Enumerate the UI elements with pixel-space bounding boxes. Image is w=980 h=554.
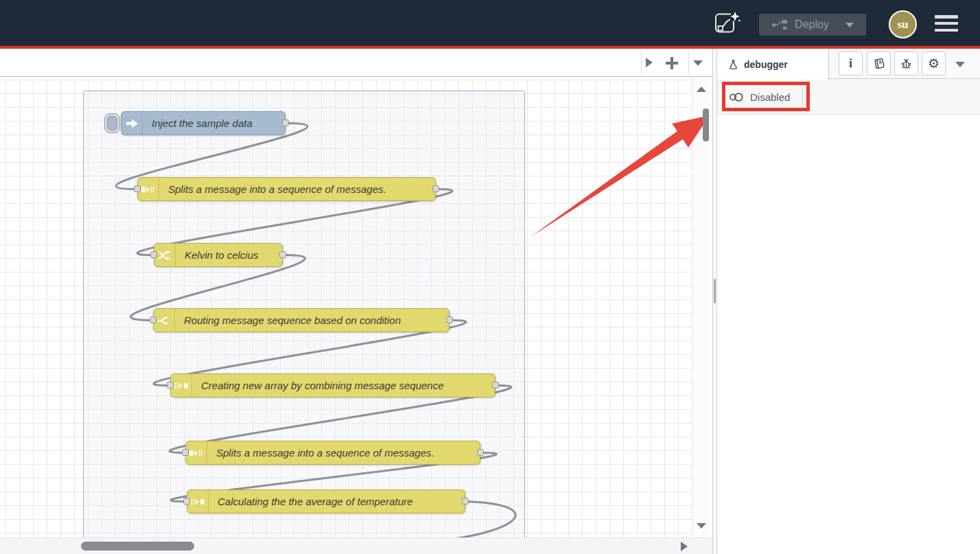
tabbar-separator [641, 51, 642, 74]
sidebar-resize-handle[interactable] [712, 49, 717, 554]
node-split[interactable]: Splits a message into a sequence of mess… [137, 177, 436, 201]
debug-tab-button[interactable] [894, 51, 918, 76]
deploy-label: Deploy [795, 19, 829, 31]
split-icon [138, 178, 159, 200]
node-change[interactable]: Kelvin to celcius [154, 243, 283, 267]
inject-trigger-button[interactable] [104, 113, 120, 133]
flow-workspace: Inject the sample data Splits a message … [0, 49, 712, 554]
disabled-toggle-label: Disabled [750, 91, 790, 103]
sidebar-tab-label: debugger [744, 59, 788, 70]
avatar-initials: su [897, 18, 908, 32]
fork-icon [154, 309, 175, 332]
docs-tab-button[interactable] [867, 51, 891, 76]
node-output-port[interactable] [279, 251, 286, 258]
node-label: Calculating the the average of temperatu… [209, 496, 421, 507]
node-input-port[interactable] [134, 185, 141, 192]
swap-arrows-icon [154, 244, 176, 266]
node-input-port[interactable] [150, 316, 156, 323]
join-icon [171, 374, 192, 397]
toggle-off-icon [729, 91, 745, 103]
hamburger-icon [935, 29, 958, 32]
sidebar: debugger i [717, 49, 980, 554]
resize-grip [714, 279, 716, 303]
horizontal-scrollbar[interactable] [0, 538, 712, 554]
node-input-port[interactable] [183, 498, 190, 505]
horizontal-scroll-thumb[interactable] [81, 542, 194, 551]
hamburger-icon [935, 22, 958, 25]
node-output-port[interactable] [492, 382, 499, 389]
flow-canvas[interactable]: Inject the sample data Splits a message … [0, 78, 712, 538]
chevron-down-icon[interactable] [845, 23, 854, 27]
vertical-scroll-gutter [692, 78, 712, 538]
node-output-port[interactable] [432, 185, 439, 192]
inject-arrow-icon [121, 112, 143, 135]
node-label: Kelvin to celcius [176, 249, 268, 261]
node-label: Splits a message into a sequence of mess… [159, 183, 395, 195]
node-label: Inject the sample data [143, 117, 261, 129]
debug-disabled-toggle[interactable]: Disabled [729, 87, 790, 106]
bug-icon [900, 58, 912, 70]
flow-tabbar [0, 49, 712, 77]
tabbar-separator [688, 51, 689, 74]
user-avatar[interactable]: su [889, 10, 917, 38]
node-join[interactable]: Calculating the the average of temperatu… [187, 489, 465, 513]
gear-icon: ⚙ [928, 57, 940, 70]
node-output-port[interactable] [282, 119, 289, 126]
book-icon [873, 58, 885, 70]
vertical-scroll-thumb[interactable] [703, 108, 709, 141]
wire-layer [0, 78, 712, 538]
scroll-down-button[interactable] [697, 523, 706, 529]
settings-tab-button[interactable]: ⚙ [922, 51, 946, 76]
sidebar-header: debugger i [717, 49, 980, 79]
node-label: Splits a message into a sequence of mess… [207, 447, 443, 459]
scroll-right-button[interactable] [681, 542, 688, 551]
node-input-port[interactable] [150, 251, 157, 258]
node-inject[interactable]: Inject the sample data [121, 111, 285, 135]
deploy-button[interactable]: Deploy [759, 14, 866, 36]
flask-icon [728, 59, 738, 70]
tab-scroll-right-button[interactable] [646, 58, 653, 67]
sidebar-menu-chevron-icon[interactable] [955, 62, 965, 67]
scroll-up-button[interactable] [697, 86, 706, 92]
debug-toolbar: Disabled [717, 79, 980, 115]
deploy-nodes-icon [771, 19, 788, 31]
add-flow-button[interactable] [666, 57, 678, 69]
node-input-port[interactable] [167, 382, 174, 389]
ai-flow-icon [714, 10, 740, 36]
toolbar-divider [802, 88, 803, 106]
node-output-port[interactable] [477, 449, 484, 456]
join-icon [187, 490, 209, 513]
info-tab-button[interactable]: i [839, 51, 863, 76]
node-split[interactable]: Splits a message into a sequence of mess… [185, 441, 480, 465]
node-output-port[interactable] [446, 316, 453, 323]
header-bar: Deploy su [0, 0, 980, 46]
node-red-editor: Deploy su [0, 0, 980, 554]
info-icon: i [849, 56, 852, 71]
split-icon [186, 441, 207, 464]
hamburger-icon [935, 15, 958, 19]
node-output-port[interactable] [462, 498, 469, 505]
node-switch[interactable]: Routing message sequence based on condit… [153, 308, 450, 332]
ai-assistant-button[interactable] [714, 10, 740, 36]
node-label: Creating new array by combining message … [192, 380, 453, 391]
sidebar-tab-debugger[interactable]: debugger [717, 49, 829, 80]
node-input-port[interactable] [182, 449, 189, 456]
flow-list-button[interactable] [693, 60, 703, 66]
main-menu-button[interactable] [935, 15, 958, 32]
node-join[interactable]: Creating new array by combining message … [170, 373, 495, 397]
debug-messages-panel [717, 115, 980, 554]
node-label: Routing message sequence based on condit… [175, 314, 410, 326]
